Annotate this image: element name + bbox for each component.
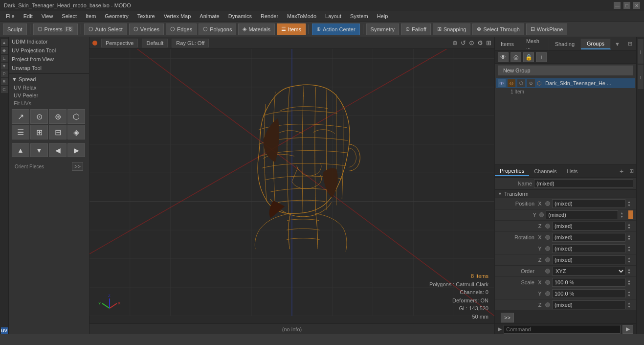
- vert-btn-6[interactable]: R: [1, 78, 8, 85]
- arrow-right[interactable]: ▶: [67, 143, 85, 157]
- sidebar-uv-relax[interactable]: UV Relax: [9, 84, 89, 92]
- scale-x-down[interactable]: ▼: [627, 282, 633, 286]
- scale-x-dot[interactable]: [545, 280, 550, 285]
- tab-mesh[interactable]: Mesh ...: [520, 36, 549, 52]
- tab-shading[interactable]: Shading: [549, 39, 581, 49]
- items-button[interactable]: ☰ Items: [277, 23, 306, 35]
- tool-btn-1[interactable]: ↗: [12, 109, 29, 124]
- sidebar-uv-projection[interactable]: UV Projection Tool: [9, 46, 89, 55]
- menu-texture[interactable]: Texture: [133, 12, 159, 20]
- tool-btn-8[interactable]: ◈: [67, 125, 85, 139]
- position-x-up[interactable]: ▲: [627, 200, 633, 204]
- rotate-icon[interactable]: ↺: [461, 39, 466, 46]
- transform-section-header[interactable]: ▼ Transform: [495, 189, 636, 198]
- rotation-z-dot[interactable]: [545, 257, 550, 262]
- arrow-left[interactable]: ◀: [49, 143, 67, 157]
- rotation-x-input[interactable]: [552, 233, 625, 242]
- falloff-button[interactable]: ⊙ Falloff: [401, 23, 431, 35]
- order-dot[interactable]: [545, 269, 550, 274]
- item-visibility-1[interactable]: 👁: [498, 79, 506, 87]
- rotation-z-input[interactable]: [552, 255, 625, 264]
- sidebar-uv-peeler[interactable]: UV Peeler: [9, 92, 89, 99]
- tool-btn-7[interactable]: ⊟: [49, 125, 67, 139]
- item-row-1[interactable]: 👁 ◎ ⬡ ⊙ ⬡ Dark_Skin_Teenager_He ...: [496, 78, 635, 88]
- vert-btn-7[interactable]: C: [1, 86, 8, 93]
- position-z-down[interactable]: ▼: [627, 226, 633, 230]
- viewport-perspective-tab[interactable]: Perspective: [101, 39, 138, 47]
- zoom-icon[interactable]: ⊙: [469, 39, 474, 46]
- rv-tab-1[interactable]: |: [638, 39, 644, 64]
- workplane-button[interactable]: ⊟ WorkPlane: [526, 23, 568, 35]
- props-tab-properties[interactable]: Properties: [495, 166, 529, 176]
- props-tab-lists[interactable]: Lists: [562, 167, 583, 176]
- menu-animate[interactable]: Animate: [196, 12, 223, 20]
- arrow-up[interactable]: ▲: [12, 143, 29, 157]
- rotation-x-down[interactable]: ▼: [627, 237, 633, 241]
- position-y-down[interactable]: ▼: [620, 215, 625, 218]
- menu-help[interactable]: Help: [373, 12, 392, 20]
- menu-edit[interactable]: Edit: [20, 12, 37, 20]
- panel-lock-btn[interactable]: 🔒: [523, 52, 534, 62]
- viewport[interactable]: X Y Z 8 Items Polygons : Catmull-Clark C…: [89, 49, 494, 323]
- rotation-z-down[interactable]: ▼: [627, 260, 633, 263]
- settings-icon[interactable]: ⚙: [477, 39, 483, 46]
- position-x-dot[interactable]: [545, 201, 550, 206]
- maximize-button[interactable]: □: [623, 2, 630, 9]
- vert-btn-3[interactable]: E: [1, 55, 8, 62]
- sidebar-unwrap-tool[interactable]: Unwrap Tool: [9, 64, 89, 72]
- sidebar-udim[interactable]: UDIM Indicator: [9, 37, 89, 46]
- position-x-down[interactable]: ▼: [627, 204, 633, 207]
- position-z-input[interactable]: [552, 222, 625, 230]
- rotation-x-up[interactable]: ▲: [627, 234, 633, 237]
- vert-btn-4[interactable]: ▼: [1, 63, 8, 69]
- panel-expand[interactable]: ⊞: [624, 39, 636, 49]
- rotation-y-input[interactable]: [552, 244, 625, 253]
- symmetry-button[interactable]: Symmetry: [366, 23, 400, 35]
- name-input[interactable]: [534, 179, 633, 188]
- menu-item[interactable]: Item: [82, 12, 100, 20]
- menu-file[interactable]: File: [2, 12, 19, 20]
- scale-z-down[interactable]: ▼: [627, 305, 633, 308]
- sidebar-expand-button[interactable]: >>: [72, 162, 83, 171]
- menu-dynamics[interactable]: Dynamics: [224, 12, 256, 20]
- menu-render[interactable]: Render: [257, 12, 282, 20]
- item-render-1[interactable]: ◎: [508, 79, 515, 87]
- rotation-x-dot[interactable]: [545, 235, 550, 240]
- props-expand-button[interactable]: >>: [501, 313, 514, 322]
- tab-groups[interactable]: Groups: [581, 39, 611, 49]
- position-z-up[interactable]: ▲: [627, 223, 633, 226]
- props-add-button[interactable]: +: [617, 167, 626, 175]
- scale-z-dot[interactable]: [545, 302, 550, 307]
- menu-geometry[interactable]: Geometry: [101, 12, 132, 20]
- position-z-dot[interactable]: [545, 224, 550, 229]
- order-down[interactable]: ▼: [627, 271, 633, 275]
- position-y-up[interactable]: ▲: [620, 211, 625, 215]
- vertices-button[interactable]: ⬡ Vertices: [129, 23, 164, 35]
- scale-z-up[interactable]: ▲: [627, 301, 633, 305]
- tool-btn-5[interactable]: ☰: [12, 125, 29, 139]
- sidebar-fit-uvs[interactable]: Fit UVs: [9, 99, 89, 107]
- tool-btn-4[interactable]: ⬡: [67, 109, 85, 124]
- scale-y-dot[interactable]: [545, 291, 550, 296]
- action-center-button[interactable]: ⊕ Action Center: [312, 23, 360, 35]
- viewport-ray-gl-tab[interactable]: Ray GL: Off: [172, 39, 209, 47]
- menu-max-to-modo[interactable]: MaxToModo: [283, 12, 320, 20]
- tool-btn-6[interactable]: ⊞: [30, 125, 48, 139]
- command-run-btn[interactable]: ▶: [622, 325, 633, 334]
- select-through-button[interactable]: ⊚ Select Through: [472, 23, 524, 35]
- menu-layout[interactable]: Layout: [321, 12, 345, 20]
- scale-y-down[interactable]: ▼: [627, 294, 633, 297]
- sidebar-project-from-view[interactable]: Project from View: [9, 55, 89, 64]
- position-y-dot[interactable]: [539, 212, 544, 217]
- scale-x-input[interactable]: [552, 278, 625, 287]
- sculpt-button[interactable]: Sculpt: [3, 23, 27, 35]
- close-button[interactable]: ✕: [633, 2, 640, 9]
- scale-z-input[interactable]: [552, 300, 625, 309]
- minimize-button[interactable]: —: [614, 2, 621, 9]
- rotation-y-up[interactable]: ▲: [627, 245, 633, 249]
- position-x-input[interactable]: [552, 199, 625, 208]
- tab-more-arrow[interactable]: ▼: [611, 39, 624, 49]
- arrow-down[interactable]: ▼: [30, 143, 48, 157]
- panel-render-btn[interactable]: ◎: [511, 52, 521, 62]
- materials-button[interactable]: ◈ Materials: [238, 23, 275, 35]
